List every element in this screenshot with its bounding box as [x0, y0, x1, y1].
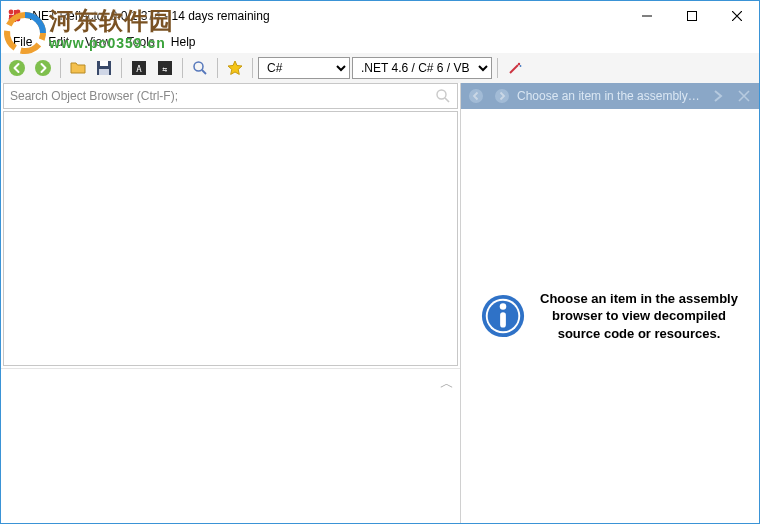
code-pane-header: Choose an item in the assembly browser t…: [461, 83, 759, 109]
back-icon: [8, 59, 26, 77]
svg-point-17: [518, 63, 520, 65]
minimize-icon: [642, 11, 652, 21]
menu-help[interactable]: Help: [163, 33, 204, 51]
menu-tools[interactable]: Tools: [119, 33, 163, 51]
toolbar-separator: [497, 58, 498, 78]
close-button[interactable]: [714, 1, 759, 30]
chevron-up-icon[interactable]: ︿: [440, 375, 454, 393]
favorite-button[interactable]: [223, 56, 247, 80]
forward-icon: [34, 59, 52, 77]
window-controls: [624, 1, 759, 30]
code-pane-header-text: Choose an item in the assembly browser t…: [517, 89, 703, 103]
body-area: ︿ Choose an item in the assembly browser…: [1, 83, 759, 523]
object-browser-search: [3, 83, 458, 109]
app-icon: [7, 8, 23, 24]
chevron-right-icon[interactable]: [707, 85, 729, 107]
search-button[interactable]: [188, 56, 212, 80]
code-pane-body: Choose an item in the assembly browser t…: [461, 109, 759, 523]
maximize-button[interactable]: [669, 1, 714, 30]
toolbar-separator: [60, 58, 61, 78]
menu-file[interactable]: File: [5, 33, 40, 51]
back-icon[interactable]: [465, 85, 487, 107]
right-pane: Choose an item in the assembly browser t…: [461, 83, 759, 523]
back-button[interactable]: [5, 56, 29, 80]
wand-button[interactable]: [503, 56, 527, 80]
svg-point-20: [469, 89, 483, 103]
save-button[interactable]: [92, 56, 116, 80]
forward-icon[interactable]: [491, 85, 513, 107]
svg-point-0: [9, 10, 14, 15]
forward-button[interactable]: [31, 56, 55, 80]
svg-text:A: A: [136, 64, 142, 74]
maximize-icon: [687, 11, 697, 21]
search-input[interactable]: [10, 89, 435, 103]
object-browser-tree[interactable]: [3, 111, 458, 366]
menu-view[interactable]: View: [77, 33, 119, 51]
svg-point-2: [9, 17, 14, 22]
save-icon: [96, 60, 112, 76]
svg-rect-5: [9, 15, 21, 17]
toolbar-separator: [121, 58, 122, 78]
close-pane-icon[interactable]: [733, 85, 755, 107]
svg-rect-10: [100, 61, 108, 66]
search-icon: [192, 60, 208, 76]
framework-select[interactable]: .NET 4.6 / C# 6 / VB: [352, 57, 492, 79]
app-window: .NET Reflector 9.0.1.374 - 14 days remai…: [0, 0, 760, 524]
empty-hint-text: Choose an item in the assembly browser t…: [538, 290, 740, 343]
wand-icon: [507, 60, 523, 76]
svg-text:⇆: ⇆: [163, 65, 168, 74]
svg-point-3: [16, 17, 21, 22]
svg-point-26: [500, 303, 507, 310]
details-pane: ︿: [1, 368, 460, 523]
view-code-a-button[interactable]: A: [127, 56, 151, 80]
toolbar-separator: [182, 58, 183, 78]
toolbar-separator: [252, 58, 253, 78]
svg-rect-25: [500, 312, 506, 327]
left-pane: ︿: [1, 83, 461, 523]
toolbar: A ⇆ C# .NET 4.6 / C# 6 / VB: [1, 53, 759, 83]
svg-rect-11: [99, 69, 109, 75]
svg-point-1: [16, 10, 21, 15]
svg-point-8: [35, 60, 51, 76]
view-code-b-button[interactable]: ⇆: [153, 56, 177, 80]
search-icon: [435, 88, 451, 104]
menubar: File Edit View Tools Help: [1, 31, 759, 53]
svg-point-18: [520, 65, 522, 67]
close-icon: [732, 11, 742, 21]
svg-point-21: [495, 89, 509, 103]
svg-rect-6: [687, 11, 696, 20]
window-title: .NET Reflector 9.0.1.374 - 14 days remai…: [29, 9, 270, 23]
minimize-button[interactable]: [624, 1, 669, 30]
info-icon: [480, 293, 526, 339]
svg-point-7: [9, 60, 25, 76]
empty-hint: Choose an item in the assembly browser t…: [480, 290, 740, 343]
titlebar: .NET Reflector 9.0.1.374 - 14 days remai…: [1, 1, 759, 31]
menu-edit[interactable]: Edit: [40, 33, 77, 51]
language-select[interactable]: C#: [258, 57, 350, 79]
svg-point-16: [194, 62, 203, 71]
favorite-icon: [227, 60, 243, 76]
asm-vb-icon: ⇆: [157, 60, 173, 76]
svg-point-19: [437, 90, 446, 99]
open-folder-icon: [70, 60, 86, 76]
asm-c-icon: A: [131, 60, 147, 76]
open-button[interactable]: [66, 56, 90, 80]
toolbar-separator: [217, 58, 218, 78]
